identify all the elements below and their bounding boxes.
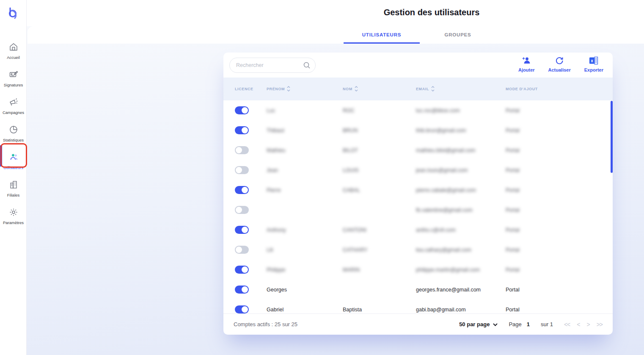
cell-email: luc.roc@bbox.com xyxy=(416,108,506,114)
last-page-button[interactable]: >> xyxy=(597,321,603,328)
sort-icon[interactable] xyxy=(287,86,290,92)
prev-page-button[interactable]: < xyxy=(577,321,580,328)
column-header-email[interactable]: EMAIL xyxy=(416,86,506,92)
licence-toggle[interactable] xyxy=(235,226,249,234)
tab-utilisateurs[interactable]: UTILISATEURS xyxy=(344,26,420,44)
cell-mode: Portal xyxy=(506,128,613,133)
sidebar: Accueil Signatures Campagnes xyxy=(0,0,27,355)
licence-toggle[interactable] xyxy=(235,286,249,294)
person-plus-icon xyxy=(522,56,531,67)
app-logo[interactable] xyxy=(6,6,20,20)
per-page-select[interactable]: 50 par page xyxy=(459,321,498,327)
building-icon xyxy=(9,180,18,191)
licence-toggle[interactable] xyxy=(235,266,249,274)
page-total-label: sur 1 xyxy=(541,321,553,327)
sidebar-item-label: Accueil xyxy=(7,55,20,60)
licence-toggle[interactable] xyxy=(235,126,249,134)
table-row: fb.valentine@gmail.comPortal xyxy=(223,200,613,220)
page-title: Gestion des utilisateurs xyxy=(271,8,592,17)
cell-nom: BILOT xyxy=(343,147,416,153)
column-header-licence: LICENCE xyxy=(235,87,267,91)
cell-prenom: Lili xyxy=(267,247,343,253)
active-accounts-summary: Comptes actifs : 25 sur 25 xyxy=(234,321,297,327)
page-number-input[interactable]: 1 xyxy=(526,321,531,327)
gear-icon xyxy=(9,208,18,219)
licence-toggle[interactable] xyxy=(235,206,249,214)
chevron-down-icon xyxy=(493,321,498,327)
tab-groupes[interactable]: GROUPES xyxy=(420,26,496,44)
table-row: LucROCluc.roc@bbox.comPortal xyxy=(223,100,613,120)
top-header: Gestion des utilisateurs xyxy=(0,0,644,26)
home-icon xyxy=(9,42,18,53)
cell-email: philippe.martin@gmail.com xyxy=(416,267,506,273)
column-header-mode: MODE D'AJOUT xyxy=(506,87,613,91)
licence-toggle[interactable] xyxy=(235,186,249,194)
cell-mode: Portal xyxy=(506,307,613,313)
vertical-scrollbar[interactable] xyxy=(611,101,613,173)
page-label: Page xyxy=(509,321,521,327)
table-row: AnthonyCANTONIantho.c@sfr.comPortal xyxy=(223,220,613,240)
per-page-label: 50 par page xyxy=(459,321,490,327)
table-toolbar: Ajouter Actualiser x xyxy=(223,53,613,78)
licence-toggle[interactable] xyxy=(235,106,249,114)
table-row: MathieuBILOTmathieu.bilot@gmail.comPorta… xyxy=(223,140,613,160)
cell-mode: Portal xyxy=(506,108,613,114)
table-row: PierreCABALpierre.cabale@gmail.comPortal xyxy=(223,180,613,200)
sidebar-item-utilisateurs[interactable]: Utilisateurs xyxy=(0,147,27,175)
cell-mode: Portal xyxy=(506,167,613,173)
cell-email: pierre.cabale@gmail.com xyxy=(416,187,506,193)
cell-email: thib.brun@gmail.com xyxy=(416,128,506,133)
table-row: LiliCATHARYlea.cathary@gmail.comPortal xyxy=(223,240,613,260)
cell-prenom: Luc xyxy=(267,108,343,114)
cell-prenom: Mathieu xyxy=(267,147,343,153)
sidebar-item-filiales[interactable]: Filiales xyxy=(0,175,27,202)
sidebar-item-label: Campagnes xyxy=(3,110,24,115)
licence-toggle[interactable] xyxy=(235,246,249,254)
sidebar-item-label: Statistiques xyxy=(3,138,24,142)
cell-nom: MARIN xyxy=(343,267,416,273)
cell-nom: CABAL xyxy=(343,187,416,193)
sidebar-item-statistiques[interactable]: Statistiques xyxy=(0,120,27,147)
cell-email: georges.france@gmail.com xyxy=(416,287,506,293)
cell-email: lea.cathary@gmail.com xyxy=(416,247,506,253)
first-page-button[interactable]: << xyxy=(564,321,570,328)
cell-mode: Portal xyxy=(506,287,613,293)
sidebar-item-accueil[interactable]: Accueil xyxy=(0,37,27,65)
sidebar-item-parametres[interactable]: Paramètres xyxy=(0,202,27,230)
licence-toggle[interactable] xyxy=(235,305,249,313)
cell-prenom: Philippe xyxy=(267,267,343,273)
table-row: JeanLOUISjean.louis@gmail.comPortal xyxy=(223,160,613,180)
signature-icon xyxy=(9,70,18,81)
export-button[interactable]: x Exporter xyxy=(584,56,603,72)
cell-nom: Baptista xyxy=(343,307,416,313)
sort-icon[interactable] xyxy=(431,86,435,92)
refresh-button[interactable]: Actualiser xyxy=(548,56,571,72)
excel-icon: x xyxy=(589,56,598,67)
cell-nom: ROC xyxy=(343,108,416,114)
sidebar-item-signatures[interactable]: Signatures xyxy=(0,65,27,92)
next-page-button[interactable]: > xyxy=(586,321,589,328)
table-row: ThibautBRUNthib.brun@gmail.comPortal xyxy=(223,120,613,140)
licence-toggle[interactable] xyxy=(235,146,249,154)
cell-nom: LOUIS xyxy=(343,167,416,173)
tab-bar: UTILISATEURS GROUPES xyxy=(28,26,644,44)
svg-text:x: x xyxy=(591,58,594,63)
licence-toggle[interactable] xyxy=(235,166,249,174)
cell-nom: CANTONI xyxy=(343,227,416,233)
pagination: 50 par page Page 1 sur 1 << < > >> xyxy=(459,321,603,328)
sidebar-item-label: Filiales xyxy=(7,193,20,197)
table-body: LucROCluc.roc@bbox.comPortalThibautBRUNt… xyxy=(223,100,613,313)
sidebar-item-campagnes[interactable]: Campagnes xyxy=(0,92,27,120)
column-header-prenom[interactable]: PRÉNOM xyxy=(267,86,343,92)
cell-email: jean.louis@gmail.com xyxy=(416,167,506,173)
sidebar-item-label: Signatures xyxy=(4,83,23,87)
add-user-button[interactable]: Ajouter xyxy=(518,56,535,72)
add-user-label: Ajouter xyxy=(518,67,535,72)
table-header-row: LICENCEPRÉNOMNOMEMAILMODE D'AJOUT xyxy=(223,78,613,100)
cell-prenom: Pierre xyxy=(267,187,343,193)
sort-icon[interactable] xyxy=(355,86,358,92)
table-footer: Comptes actifs : 25 sur 25 50 par page P… xyxy=(223,313,613,335)
column-header-nom[interactable]: NOM xyxy=(343,86,416,92)
cell-email: mathieu.bilot@gmail.com xyxy=(416,147,506,153)
cell-email: gabi.bap@gmail.com xyxy=(416,307,506,313)
